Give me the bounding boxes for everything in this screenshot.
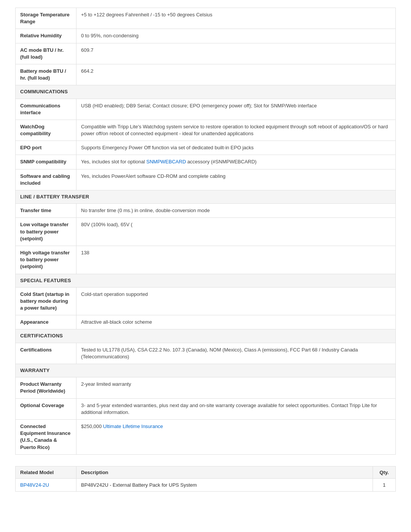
spec-label: High voltage transfer to battery power (… [16, 246, 76, 274]
spec-label: EPO port [16, 141, 76, 155]
spec-value: 609.7 [76, 43, 396, 64]
spec-link[interactable]: Ultimate Lifetime Insurance [103, 423, 163, 429]
spec-value: USB (HID enabled); DB9 Serial; Contact c… [76, 99, 396, 120]
related-model-header: Related Model [16, 466, 76, 478]
related-description-cell: BP48V242U - External Battery Pack for UP… [76, 478, 373, 491]
spec-label: Certifications [16, 343, 76, 364]
spec-value: 80V (100% load), 65V ( [76, 218, 396, 246]
spec-value: 664.2 [76, 64, 396, 85]
spec-label: WatchDog compatibility [16, 120, 76, 141]
spec-value: 0 to 95%, non-condensing [76, 29, 396, 43]
spec-value: Yes, includes slot for optional SNMPWEBC… [76, 155, 396, 169]
spec-label: AC mode BTU / hr. (full load) [16, 43, 76, 64]
spec-link[interactable]: SNMPWEBCARD [147, 159, 186, 165]
related-model-link[interactable]: BP48V24-2U [20, 482, 49, 488]
spec-value: Attractive all-black color scheme [76, 315, 396, 329]
spec-label: Optional Coverage [16, 398, 76, 419]
spec-label: Cold Start (startup in battery mode duri… [16, 287, 76, 315]
spec-value: 3- and 5-year extended warranties, plus … [76, 398, 396, 419]
spec-label: Product Warranty Period (Worldwide) [16, 377, 76, 398]
spec-label: SNMP compatibility [16, 155, 76, 169]
spec-label: Appearance [16, 315, 76, 329]
related-model-cell: BP48V24-2U [16, 478, 76, 491]
section-header-cell: LINE / BATTERY TRANSFER [16, 190, 396, 204]
spec-value: Supports Emergency Power Off function vi… [76, 141, 396, 155]
spec-label: Connected Equipment Insurance (U.S., Can… [16, 419, 76, 454]
related-table-row: BP48V24-2UBP48V242U - External Battery P… [16, 478, 396, 491]
spec-value: 138 [76, 246, 396, 274]
spec-label: Transfer time [16, 204, 76, 218]
section-header-cell: SPECIAL FEATURES [16, 274, 396, 287]
spec-label: Relative Humidity [16, 29, 76, 43]
section-header-cell: COMMUNICATIONS [16, 85, 396, 99]
spec-value: Compatible with Tripp Lite's Watchdog sy… [76, 120, 396, 141]
spec-value: Yes, includes PowerAlert software CD-ROM… [76, 169, 396, 190]
spec-label: Battery mode BTU / hr. (full load) [16, 64, 76, 85]
spec-label: Communications interface [16, 99, 76, 120]
description-header: Description [76, 466, 373, 478]
spec-value: 2-year limited warranty [76, 377, 396, 398]
related-items-section: Related Model Description Qty. BP48V24-2… [15, 466, 396, 492]
specifications-table: Storage Temperature Range+5 to +122 degr… [15, 8, 396, 455]
spec-label: Storage Temperature Range [16, 8, 76, 29]
spec-value: No transfer time (0 ms.) in online, doub… [76, 204, 396, 218]
qty-header: Qty. [373, 466, 396, 478]
section-header-cell: CERTIFICATIONS [16, 329, 396, 343]
spec-value: Tested to UL1778 (USA), CSA C22.2 No. 10… [76, 343, 396, 364]
related-items-table: Related Model Description Qty. BP48V24-2… [15, 466, 396, 492]
spec-label: Software and cabling included [16, 169, 76, 190]
related-qty-cell: 1 [373, 478, 396, 491]
section-header-cell: WARRANTY [16, 364, 396, 377]
spec-value: +5 to +122 degrees Fahrenheit / -15 to +… [76, 8, 396, 29]
spec-value: $250,000 Ultimate Lifetime Insurance [76, 419, 396, 454]
spec-label: Low voltage transfer to battery power (s… [16, 218, 76, 246]
spec-value: Cold-start operation supported [76, 287, 396, 315]
